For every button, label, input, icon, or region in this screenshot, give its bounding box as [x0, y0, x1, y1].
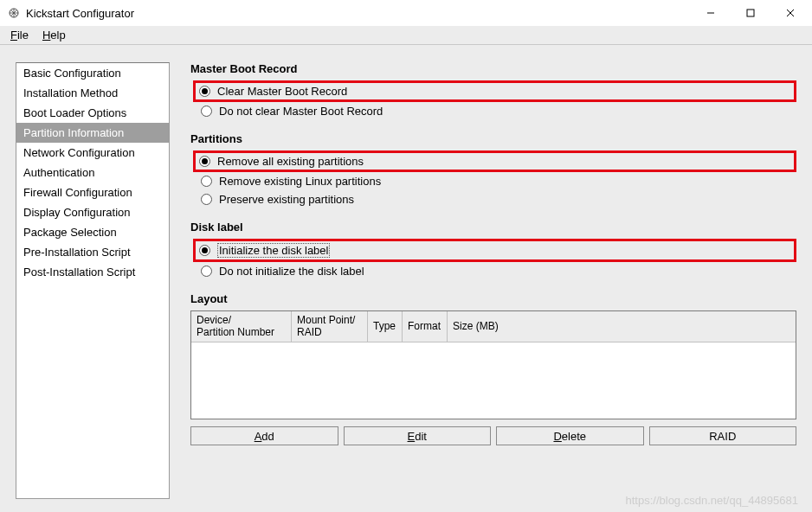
sidebar-item-post-installation-script[interactable]: Post-Installation Script	[16, 262, 169, 282]
column-device[interactable]: Device/ Partition Number	[191, 311, 292, 342]
column-mount-point[interactable]: Mount Point/ RAID	[292, 311, 368, 342]
layout-table: Device/ Partition Number Mount Point/ RA…	[190, 310, 796, 419]
button-row: Add Edit Delete RAID	[190, 426, 796, 445]
sidebar: Basic Configuration Installation Method …	[16, 62, 170, 499]
sidebar-item-firewall-configuration[interactable]: Firewall Configuration	[16, 182, 169, 202]
radio-no-initialize-disk-label[interactable]	[201, 266, 212, 277]
column-format[interactable]: Format	[403, 311, 448, 342]
sidebar-item-pre-installation-script[interactable]: Pre-Installation Script	[16, 242, 169, 262]
minimize-button[interactable]	[691, 0, 731, 26]
menu-help[interactable]: Help	[37, 27, 71, 43]
sidebar-item-package-selection[interactable]: Package Selection	[16, 222, 169, 242]
radio-label-initialize-disk-label: Initialize the disk label	[217, 243, 330, 258]
titlebar: Kickstart Configurator	[0, 0, 812, 26]
highlight-partitions: Remove all existing partitions	[193, 150, 796, 172]
radio-remove-linux-partitions[interactable]	[201, 176, 212, 187]
column-type[interactable]: Type	[368, 311, 403, 342]
delete-button[interactable]: Delete	[496, 426, 644, 445]
radio-preserve-partitions[interactable]	[201, 194, 212, 205]
sidebar-item-network-configuration[interactable]: Network Configuration	[16, 143, 169, 163]
radio-label-preserve-partitions: Preserve existing partitions	[219, 193, 354, 206]
svg-rect-1	[747, 10, 754, 16]
menubar: File Help	[0, 26, 812, 45]
column-size[interactable]: Size (MB)	[448, 311, 796, 342]
radio-row-preserve-partitions[interactable]: Preserve existing partitions	[196, 190, 796, 208]
radio-label-no-clear-mbr: Do not clear Master Boot Record	[219, 105, 383, 118]
sidebar-item-partition-information[interactable]: Partition Information	[16, 123, 169, 143]
radio-row-remove-linux-partitions[interactable]: Remove existing Linux partitions	[196, 172, 796, 190]
radio-clear-mbr[interactable]	[199, 86, 210, 97]
sidebar-item-basic-configuration[interactable]: Basic Configuration	[16, 63, 169, 83]
radio-no-clear-mbr[interactable]	[201, 106, 212, 117]
highlight-mbr: Clear Master Boot Record	[193, 80, 796, 102]
section-label-layout: Layout	[190, 292, 796, 305]
radio-label-remove-linux-partitions: Remove existing Linux partitions	[219, 175, 381, 188]
section-label-disklabel: Disk label	[190, 221, 796, 234]
maximize-button[interactable]	[731, 0, 770, 26]
radio-row-no-clear-mbr[interactable]: Do not clear Master Boot Record	[196, 102, 796, 120]
section-label-partitions: Partitions	[190, 132, 796, 145]
radio-label-no-initialize-disk-label: Do not initialize the disk label	[219, 265, 364, 278]
radio-label-clear-mbr: Clear Master Boot Record	[217, 85, 347, 98]
main-panel: Master Boot Record Clear Master Boot Rec…	[190, 62, 796, 502]
sidebar-item-boot-loader-options[interactable]: Boot Loader Options	[16, 103, 169, 123]
sidebar-item-display-configuration[interactable]: Display Configuration	[16, 202, 169, 222]
radio-initialize-disk-label[interactable]	[199, 245, 210, 256]
app-icon	[7, 6, 21, 20]
section-label-mbr: Master Boot Record	[190, 62, 796, 75]
edit-button[interactable]: Edit	[344, 426, 492, 445]
sidebar-item-installation-method[interactable]: Installation Method	[16, 83, 169, 103]
client-area: Basic Configuration Installation Method …	[0, 45, 812, 512]
sidebar-item-authentication[interactable]: Authentication	[16, 163, 169, 182]
close-button[interactable]	[770, 0, 810, 26]
highlight-disklabel: Initialize the disk label	[193, 239, 796, 262]
add-button[interactable]: Add	[190, 426, 338, 445]
window-title: Kickstart Configurator	[26, 7, 691, 20]
radio-remove-all-partitions[interactable]	[199, 156, 210, 167]
raid-button[interactable]: RAID	[649, 426, 797, 445]
menu-file[interactable]: File	[5, 27, 34, 43]
layout-table-header: Device/ Partition Number Mount Point/ RA…	[191, 311, 796, 342]
radio-row-no-initialize-disk-label[interactable]: Do not initialize the disk label	[196, 262, 796, 280]
layout-table-body[interactable]	[191, 342, 796, 419]
radio-label-remove-all-partitions: Remove all existing partitions	[217, 155, 364, 168]
